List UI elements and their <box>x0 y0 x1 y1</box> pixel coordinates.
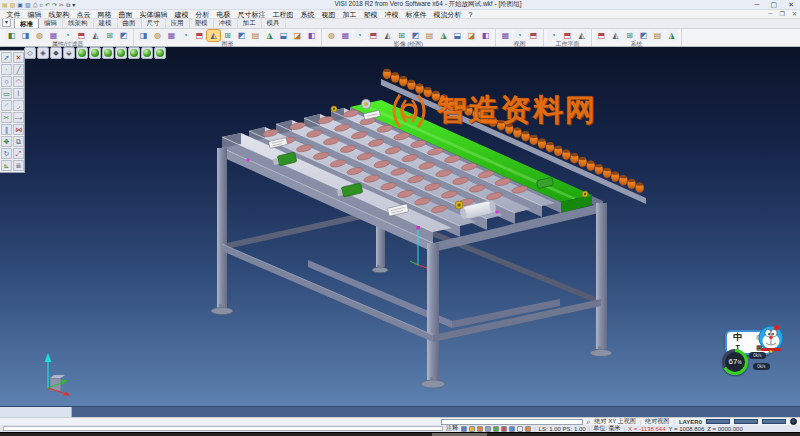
taskbar-strip[interactable] <box>0 432 800 436</box>
menu-item-电极[interactable]: 电极 <box>213 10 234 19</box>
color-filter-icon[interactable]: ◍ <box>33 30 46 41</box>
menu-item-视图[interactable]: 视图 <box>318 10 339 19</box>
wireframe-mode-icon[interactable]: ◍ <box>325 30 338 41</box>
line-tool-icon[interactable]: ╱ <box>13 64 24 75</box>
doc-minimize-button[interactable]: ─ <box>768 10 772 17</box>
customize-qat-icon[interactable]: ▾ <box>72 1 75 9</box>
shaded-mode-icon[interactable]: ◔ <box>353 30 366 41</box>
show-all-icon[interactable]: ⬓ <box>277 30 290 41</box>
workplane-3points-icon[interactable]: ◭ <box>575 30 588 41</box>
material-icon[interactable]: ▤ <box>423 30 436 41</box>
menu-item-编辑[interactable]: 编辑 <box>24 10 45 19</box>
menu-item-点云[interactable]: 点云 <box>73 10 94 19</box>
search-icon[interactable]: ⌕ <box>587 418 591 425</box>
ime-widget[interactable]: 中 ☾ T ▦ 67% 0k/s 0k/s <box>716 328 800 390</box>
menu-item-线架构[interactable]: 线架构 <box>45 10 73 19</box>
lineweight-icon[interactable] <box>517 426 523 432</box>
command-input[interactable] <box>3 426 443 431</box>
menu-item-塑模[interactable]: 塑模 <box>360 10 381 19</box>
layer-color-swatch[interactable] <box>734 419 758 424</box>
layer-color-swatch[interactable] <box>762 419 786 424</box>
zoom-fit-icon[interactable]: ◔ <box>179 30 192 41</box>
line-filter-icon[interactable]: ◔ <box>61 30 74 41</box>
otrack-setting-icon[interactable] <box>501 426 507 432</box>
menu-item-系统[interactable]: 系统 <box>297 10 318 19</box>
save-all-icon[interactable]: ▥ <box>25 1 31 9</box>
profile-manager-icon[interactable]: ⬒ <box>595 30 608 41</box>
pan-icon[interactable]: ⊞ <box>221 30 234 41</box>
plot-preview-icon[interactable]: ⌗ <box>40 1 43 9</box>
layer-tool-icon[interactable]: ≣ <box>13 160 24 171</box>
filter-off-icon[interactable]: ◩ <box>117 30 130 41</box>
zoom-window-icon[interactable]: ▦ <box>165 30 178 41</box>
copy-icon[interactable]: ⧉ <box>66 1 70 9</box>
scale-tool-icon[interactable]: ⤢ <box>13 148 24 159</box>
menu-item-冲模[interactable]: 冲模 <box>381 10 402 19</box>
dyn-input-icon[interactable] <box>509 426 515 432</box>
menu-item-文件[interactable]: 文件 <box>3 10 24 19</box>
tab-加工[interactable]: 加工 <box>238 18 262 28</box>
solid-filter-icon[interactable]: ⊞ <box>103 30 116 41</box>
undo-icon[interactable]: ↶ <box>45 1 50 9</box>
tab-编辑[interactable]: 编辑 <box>39 18 63 28</box>
doc-restore-button[interactable]: ❐ <box>780 10 785 17</box>
previous-view-icon[interactable]: ▤ <box>249 30 262 41</box>
rotate-view-icon[interactable]: ◩ <box>235 30 248 41</box>
perspective-mode-icon[interactable]: ⊞ <box>395 30 408 41</box>
back-view-icon[interactable] <box>102 47 114 59</box>
tab-标准[interactable]: 标准 <box>14 18 39 28</box>
shaded-edge-view-icon[interactable]: ⬙ <box>63 47 75 59</box>
minimize-button[interactable]: ─ <box>755 1 760 9</box>
ime-language-label[interactable]: 中 <box>733 333 742 342</box>
ortho-setting-icon[interactable] <box>477 426 483 432</box>
menu-item-尺寸标注[interactable]: 尺寸标注 <box>234 10 269 19</box>
maximize-button[interactable]: ▢ <box>771 1 778 9</box>
info-panel-icon[interactable]: ◮ <box>665 30 678 41</box>
top-view-icon[interactable] <box>141 47 153 59</box>
bottom-view-icon[interactable] <box>154 47 166 59</box>
point-tool-icon[interactable]: · <box>1 64 12 75</box>
active-layer-label[interactable]: LAYER0 <box>679 419 702 425</box>
polar-setting-icon[interactable] <box>485 426 491 432</box>
tab-应用[interactable]: 应用 <box>166 18 190 28</box>
isolate-icon[interactable]: ◪ <box>291 30 304 41</box>
wireframe-view-icon[interactable]: ◇ <box>24 47 36 59</box>
hidden-view-icon[interactable]: ◈ <box>37 47 49 59</box>
redraw-icon[interactable]: ◨ <box>137 30 150 41</box>
cut-icon[interactable]: ✂ <box>59 1 64 9</box>
menu-item-工程图[interactable]: 工程图 <box>269 10 297 19</box>
saved-views-icon[interactable]: ◔ <box>513 30 526 41</box>
view-cube-icon[interactable]: ⬒ <box>527 30 540 41</box>
arc-filter-icon[interactable]: ⬒ <box>75 30 88 41</box>
copy-tool-icon[interactable]: ⧉ <box>13 136 24 147</box>
clip-plane-icon[interactable]: ◧ <box>305 30 318 41</box>
database-icon[interactable]: ◩ <box>637 30 650 41</box>
attribute-match-icon[interactable]: ◨ <box>19 30 32 41</box>
tab-曲面[interactable]: 曲面 <box>118 18 142 28</box>
left-view-icon[interactable] <box>115 47 127 59</box>
menu-item-分析[interactable]: 分析 <box>192 10 213 19</box>
mirror-tool-icon[interactable]: ⋈ <box>13 124 24 135</box>
rect-tool-icon[interactable]: ▭ <box>1 88 12 99</box>
hide-entity-icon[interactable]: ◮ <box>263 30 276 41</box>
save-file-icon[interactable]: ▣ <box>17 1 23 9</box>
right-view-icon[interactable] <box>128 47 140 59</box>
regen-icon[interactable]: ◍ <box>151 30 164 41</box>
tab-冲模[interactable]: 冲模 <box>214 18 238 28</box>
arc-tool-icon[interactable]: ◠ <box>13 76 24 87</box>
hidden-line-mode-icon[interactable]: ▦ <box>339 30 352 41</box>
polyline-tool-icon[interactable]: ⌇ <box>13 88 24 99</box>
ghost-mode-icon[interactable]: ◭ <box>381 30 394 41</box>
iso-view-icon[interactable] <box>76 47 88 59</box>
attribute-paint-icon[interactable]: ◧ <box>5 30 18 41</box>
tab-尺寸[interactable]: 尺寸 <box>142 18 166 28</box>
schedule-icon[interactable]: ▤ <box>651 30 664 41</box>
search-input[interactable] <box>441 419 583 425</box>
menu-item-实体编辑[interactable]: 实体编辑 <box>136 10 171 19</box>
menu-item-模流分析[interactable]: 模流分析 <box>430 10 465 19</box>
rotate-tool-icon[interactable]: ↻ <box>1 148 12 159</box>
menu-item-加工[interactable]: 加工 <box>339 10 360 19</box>
conveyor-table-3d-model[interactable] <box>0 47 800 406</box>
close-button[interactable]: ✕ <box>788 1 794 9</box>
trim-tool-icon[interactable]: ✂ <box>1 112 12 123</box>
